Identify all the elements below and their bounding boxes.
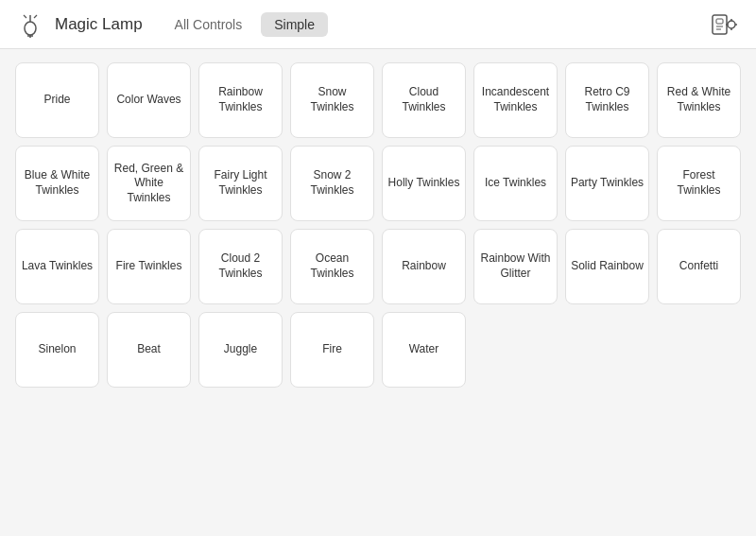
grid-item-snow-2-twinkles[interactable]: Snow 2 Twinkles [290,146,374,221]
svg-rect-6 [713,15,727,34]
settings-icon-button[interactable] [707,8,741,42]
grid-item-fairy-light-twinkles[interactable]: Fairy Light Twinkles [198,146,283,221]
grid-item-lava-twinkles[interactable]: Lava Twinkles [15,229,99,304]
grid-item-juggle[interactable]: Juggle [198,312,283,388]
grid-item-party-twinkles[interactable]: Party Twinkles [565,146,649,221]
grid-item-confetti[interactable]: Confetti [657,229,741,304]
grid-item-rainbow[interactable]: Rainbow [382,229,466,304]
app-title: Magic Lamp [55,15,143,34]
grid-item-solid-rainbow[interactable]: Solid Rainbow [565,229,649,304]
grid-item-beat[interactable]: Beat [107,312,191,388]
grid-item-rainbow-twinkles[interactable]: Rainbow Twinkles [198,62,283,138]
grid-item-rainbow-with-glitter[interactable]: Rainbow With Glitter [473,229,558,304]
grid-item-cloud-2-twinkles[interactable]: Cloud 2 Twinkles [198,229,283,304]
tab-all-controls[interactable]: All Controls [162,12,256,37]
grid-item-holly-twinkles[interactable]: Holly Twinkles [382,146,466,221]
svg-point-10 [728,21,735,28]
grid-item-water[interactable]: Water [382,312,466,388]
grid-item-fire[interactable]: Fire [290,312,374,388]
app-logo-icon [15,9,45,40]
header-tabs: All Controls Simple [162,12,328,37]
svg-line-2 [24,15,26,18]
grid-item-forest-twinkles[interactable]: Forest Twinkles [657,146,741,221]
grid-item-color-waves[interactable]: Color Waves [107,62,191,138]
grid-item-incandescent-twinkles[interactable]: Incandescent Twinkles [473,62,558,138]
grid-item-red-white-twinkles[interactable]: Red & White Twinkles [657,62,741,138]
grid-item-retro-c9-twinkles[interactable]: Retro C9 Twinkles [565,62,649,138]
grid-item-cloud-twinkles[interactable]: Cloud Twinkles [382,62,466,138]
grid-item-sinelon[interactable]: Sinelon [15,312,99,388]
svg-line-3 [34,15,37,18]
header: Magic Lamp All Controls Simple [0,0,756,49]
grid-item-ice-twinkles[interactable]: Ice Twinkles [473,146,558,221]
grid-item-ocean-twinkles[interactable]: Ocean Twinkles [290,229,374,304]
effects-grid: PrideColor WavesRainbow TwinklesSnow Twi… [15,62,741,388]
header-right [707,8,741,42]
grid-item-pride[interactable]: Pride [15,62,99,138]
grid-item-fire-twinkles[interactable]: Fire Twinkles [107,229,191,304]
svg-point-0 [25,22,36,35]
main-content: PrideColor WavesRainbow TwinklesSnow Twi… [0,49,756,536]
svg-rect-7 [716,19,723,24]
grid-item-red-green-white-twinkles[interactable]: Red, Green & White Twinkles [107,146,191,221]
grid-item-snow-twinkles[interactable]: Snow Twinkles [290,62,374,138]
grid-item-blue-white-twinkles[interactable]: Blue & White Twinkles [15,146,99,221]
tab-simple[interactable]: Simple [261,12,328,37]
